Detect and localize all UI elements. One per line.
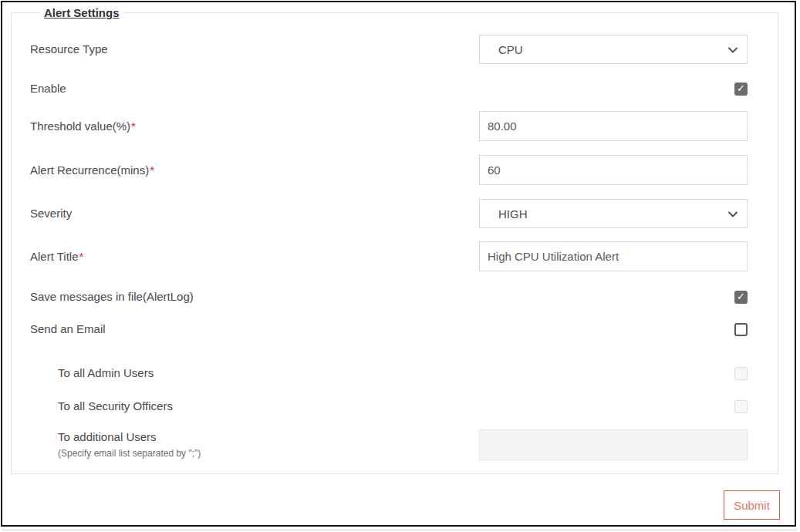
row-alert-title: Alert Title*: [30, 241, 748, 271]
save-log-label: Save messages in file(AlertLog): [30, 289, 194, 305]
severity-selected-value: HIGH: [498, 207, 528, 221]
row-severity: Severity HIGH: [30, 199, 748, 228]
window-shadow: [2, 530, 797, 530]
resource-type-selected-value: CPU: [498, 43, 523, 56]
check-icon: ✓: [737, 83, 745, 93]
send-email-label: Send an Email: [30, 322, 106, 337]
email-additional-hint: (Specify email list separated by ";"): [58, 448, 201, 459]
required-marker: *: [79, 250, 84, 263]
required-marker: *: [150, 163, 154, 177]
alert-settings-window: Alert Settings Resource Type CPU Enable: [1, 1, 796, 527]
enable-checkbox[interactable]: ✓: [734, 82, 748, 96]
row-email-security: To all Security Officers ✓: [30, 399, 748, 414]
row-enable: Enable ✓: [30, 81, 748, 96]
severity-label: Severity: [30, 206, 72, 221]
email-admins-checkbox: ✓: [734, 367, 748, 380]
submit-bar: Submit: [724, 490, 780, 520]
recurrence-input[interactable]: [479, 155, 748, 185]
save-log-checkbox[interactable]: ✓: [734, 291, 748, 304]
resource-type-select[interactable]: CPU: [479, 35, 748, 64]
form-title: Alert Settings: [39, 6, 124, 19]
row-send-email: Send an Email ✓: [30, 322, 748, 337]
alert-title-label: Alert Title*: [30, 249, 83, 264]
alert-title-input[interactable]: [479, 241, 748, 271]
email-additional-label: To additional Users (Specify email list …: [30, 429, 201, 460]
check-icon: ✓: [737, 291, 745, 301]
send-email-checkbox[interactable]: ✓: [734, 323, 748, 336]
email-security-checkbox: ✓: [734, 400, 748, 413]
email-additional-input: [479, 429, 748, 460]
severity-select[interactable]: HIGH: [479, 199, 748, 228]
row-save-log: Save messages in file(AlertLog) ✓: [30, 289, 748, 305]
row-recurrence: Alert Recurrence(mins)*: [30, 155, 748, 185]
screen: Alert Settings Resource Type CPU Enable: [0, 0, 800, 532]
resource-type-label: Resource Type: [30, 42, 108, 57]
recurrence-label: Alert Recurrence(mins)*: [30, 163, 154, 178]
row-resource-type: Resource Type CPU: [30, 35, 748, 64]
email-admins-label: To all Admin Users: [30, 365, 154, 381]
email-security-label: To all Security Officers: [30, 399, 173, 414]
row-email-additional: To additional Users (Specify email list …: [30, 429, 748, 460]
threshold-input[interactable]: [479, 111, 748, 141]
chevron-down-icon: [727, 209, 738, 220]
required-marker: *: [131, 120, 136, 133]
row-email-admins: To all Admin Users ✓: [30, 365, 748, 381]
threshold-label: Threshold value(%)*: [30, 119, 136, 134]
alert-settings-fieldset: Alert Settings Resource Type CPU Enable: [11, 6, 778, 474]
submit-button[interactable]: Submit: [724, 490, 780, 520]
chevron-down-icon: [727, 45, 738, 56]
enable-label: Enable: [30, 81, 66, 96]
row-threshold: Threshold value(%)*: [30, 111, 748, 141]
